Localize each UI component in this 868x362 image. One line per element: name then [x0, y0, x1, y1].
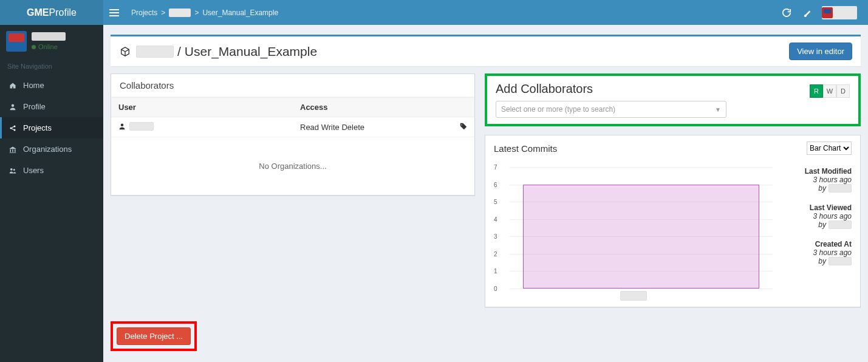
- home-icon: [9, 82, 17, 89]
- created-at-label: Created At: [777, 240, 852, 248]
- y-tick: 6: [494, 181, 506, 188]
- y-tick: 0: [494, 285, 506, 292]
- svg-point-3: [12, 104, 15, 107]
- cube-icon: [119, 46, 131, 58]
- user-icon: [118, 123, 126, 130]
- last-modified-label: Last Modified: [777, 167, 852, 176]
- collab-access-cell: Read Write Delete: [293, 117, 474, 137]
- collaborators-panel: Collaborators User Access: [111, 73, 475, 196]
- chevron-right-icon: >: [161, 9, 165, 17]
- svg-point-8: [13, 169, 15, 171]
- sidebar-username-redacted: [32, 32, 66, 41]
- user-icon: [9, 103, 17, 111]
- y-tick: 2: [494, 250, 506, 257]
- commits-side-info: Last Modified 3 hours ago by Last Viewed…: [773, 167, 852, 301]
- sidebar-item-projects[interactable]: Projects: [0, 117, 103, 138]
- avatar-icon: [6, 31, 27, 52]
- institution-icon: [9, 146, 17, 153]
- columns: Collaborators User Access: [111, 73, 861, 307]
- commits-header: Latest Commits Bar Chart: [485, 135, 860, 161]
- col-user: User: [111, 98, 293, 117]
- sidebar-item-label: Organizations: [23, 145, 72, 154]
- last-viewed-label: Last Viewed: [777, 203, 852, 212]
- collab-user-cell: [118, 122, 154, 131]
- title-sep: /: [177, 44, 181, 59]
- y-tick: 3: [494, 233, 506, 240]
- svg-point-4: [10, 127, 12, 129]
- sidebar-item-profile[interactable]: Profile: [0, 96, 103, 117]
- breadcrumb-project[interactable]: User_Manual_Example: [202, 9, 278, 17]
- latest-commits-panel: Latest Commits Bar Chart 01234567 Last M…: [485, 135, 861, 307]
- page-title: / User_Manual_Example: [136, 44, 317, 59]
- created-at-time: 3 hours ago: [777, 248, 852, 257]
- nav-heading: Site Navigation: [0, 58, 103, 75]
- perm-read-button[interactable]: R: [810, 84, 823, 98]
- brush-icon[interactable]: [801, 7, 813, 19]
- y-tick: 4: [494, 216, 506, 222]
- last-modified-block: Last Modified 3 hours ago by: [777, 167, 852, 193]
- by-prefix: by: [818, 257, 826, 265]
- share-icon: [9, 125, 17, 132]
- breadcrumb-owner-redacted[interactable]: [169, 9, 191, 17]
- svg-point-9: [121, 124, 124, 127]
- status-dot-icon: [32, 45, 36, 49]
- view-in-editor-button[interactable]: View in editor: [789, 43, 852, 60]
- y-tick: 5: [494, 199, 506, 205]
- main-content: / User_Manual_Example View in editor Col…: [103, 25, 868, 362]
- chart-type-select[interactable]: Bar Chart: [807, 142, 852, 155]
- sidebar-item-users[interactable]: Users: [0, 160, 103, 181]
- status-indicator: Online: [32, 43, 66, 50]
- right-column: Add Collaborators Select one or more (ty…: [485, 73, 861, 307]
- app-logo[interactable]: GMEProfile: [0, 0, 103, 25]
- svg-rect-1: [109, 12, 119, 13]
- x-tick-redacted: [620, 291, 647, 301]
- sidebar: Online Site Navigation Home Profile Proj…: [0, 25, 103, 362]
- no-organizations-text: No Organizations...: [111, 137, 474, 195]
- chart-bar: [523, 185, 760, 289]
- menu-toggle-icon[interactable]: [109, 8, 123, 18]
- delete-project-button[interactable]: Delete Project ...: [117, 327, 191, 345]
- delete-project-highlight: Delete Project ...: [111, 321, 197, 351]
- collaborators-table: User Access: [111, 97, 474, 137]
- tag-icon[interactable]: [460, 123, 467, 132]
- breadcrumb-root[interactable]: Projects: [131, 9, 157, 17]
- sidebar-item-label: Home: [23, 81, 44, 90]
- chevron-right-icon: >: [194, 9, 199, 17]
- topbar: GMEProfile Projects > > User_Manual_Exam…: [0, 0, 868, 25]
- sidebar-item-label: Projects: [23, 123, 52, 132]
- app-name-bold: GME: [27, 7, 49, 18]
- collab-username-redacted: [129, 122, 154, 131]
- avatar-icon: [822, 7, 833, 18]
- chevron-down-icon: ▼: [715, 106, 721, 113]
- col-access: Access: [293, 98, 474, 117]
- last-viewed-block: Last Viewed 3 hours ago by: [777, 203, 852, 229]
- sidebar-user-panel: Online: [0, 25, 103, 58]
- page-title-bar: / User_Manual_Example View in editor: [111, 35, 861, 66]
- svg-rect-2: [109, 15, 119, 16]
- sidebar-item-organizations[interactable]: Organizations: [0, 138, 103, 160]
- add-collaborators-heading: Add Collaborators: [496, 82, 798, 96]
- svg-point-5: [14, 125, 16, 127]
- by-prefix: by: [818, 220, 826, 229]
- topbar-right: [781, 6, 862, 19]
- collaborator-select[interactable]: Select one or more (type to search) ▼: [496, 101, 726, 118]
- perm-delete-button[interactable]: D: [836, 84, 850, 98]
- perm-write-button[interactable]: W: [823, 84, 836, 98]
- users-icon: [9, 167, 17, 174]
- refresh-icon[interactable]: [781, 7, 793, 19]
- access-text: Read Write Delete: [300, 123, 364, 132]
- created-at-user-redacted: [829, 257, 852, 265]
- sidebar-item-home[interactable]: Home: [0, 75, 103, 96]
- select-placeholder: Select one or more (type to search): [501, 105, 615, 114]
- last-modified-user-redacted: [829, 184, 852, 193]
- topbar-user-chip[interactable]: [822, 6, 857, 19]
- sidebar-item-label: Users: [23, 166, 44, 175]
- svg-point-6: [14, 129, 16, 131]
- add-collaborators-panel: Add Collaborators Select one or more (ty…: [485, 73, 861, 126]
- svg-rect-0: [109, 9, 119, 10]
- title-owner-redacted: [136, 46, 174, 58]
- y-tick: 1: [494, 268, 506, 275]
- svg-point-7: [10, 168, 13, 170]
- table-row: Read Write Delete: [111, 117, 474, 137]
- title-project: User_Manual_Example: [185, 44, 317, 59]
